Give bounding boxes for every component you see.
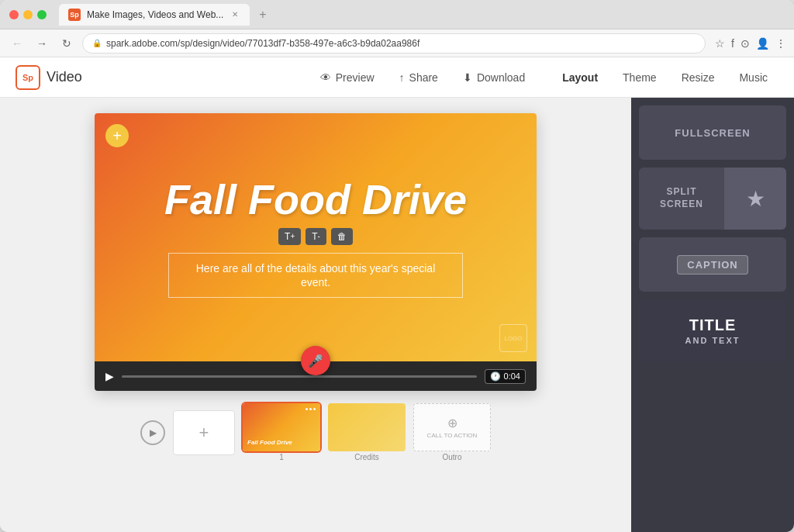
avatar-icon[interactable]: 👤: [756, 37, 769, 50]
text-toolbar: T+ T- 🗑: [278, 228, 353, 245]
canvas-area: + Fall Food Drive T+ T- 🗑 Here are all o…: [0, 98, 631, 532]
logo-badge: Sp: [16, 65, 40, 90]
filmstrip-slide-3[interactable]: ⊕ CALL TO ACTION: [413, 403, 491, 451]
close-button[interactable]: [9, 10, 19, 19]
header-nav: Layout Theme Resize Music: [551, 67, 778, 88]
star-icon: ★: [746, 186, 765, 212]
list-item[interactable]: Credits: [328, 403, 406, 461]
decrease-text-button[interactable]: T-: [306, 228, 326, 245]
title-sub-label: AND TEXT: [685, 336, 740, 345]
traffic-lights: [9, 10, 47, 19]
profile-icon[interactable]: ⊙: [740, 37, 750, 50]
right-panel: FULLSCREEN SPLITSCREEN ★ CAPTION: [631, 98, 794, 532]
nav-music[interactable]: Music: [728, 67, 778, 88]
star-icon[interactable]: ☆: [715, 37, 725, 50]
play-button[interactable]: ▶: [105, 370, 114, 382]
app-logo: Sp Video: [16, 65, 82, 90]
delete-text-button[interactable]: 🗑: [331, 228, 353, 245]
preview-button[interactable]: 👁 Preview: [309, 67, 385, 88]
facebook-icon[interactable]: f: [731, 37, 734, 50]
browser-toolbar: ← → ↻ 🔒 spark.adobe.com/sp/design/video/…: [0, 29, 794, 57]
caption-label: CAPTION: [677, 255, 748, 275]
title-label: TITLE: [689, 316, 737, 334]
share-icon: ↑: [399, 71, 405, 84]
forward-button[interactable]: →: [33, 34, 51, 53]
filmstrip: ▶ + Fall Food Drive: [16, 403, 616, 461]
add-slide-button[interactable]: +: [105, 124, 129, 147]
video-canvas[interactable]: + Fall Food Drive T+ T- 🗑 Here are all o…: [95, 113, 537, 361]
list-item[interactable]: Fall Food Drive 1: [243, 403, 320, 461]
subtitle-box[interactable]: Here are all of the details about this y…: [168, 253, 463, 298]
outro-text: CALL TO ACTION: [427, 432, 478, 439]
filmstrip-add-button[interactable]: +: [173, 410, 235, 455]
timeline-bar[interactable]: [122, 375, 477, 378]
maximize-button[interactable]: [37, 10, 47, 19]
filmstrip-play-button[interactable]: ▶: [140, 420, 165, 445]
app-body: + Fall Food Drive T+ T- 🗑 Here are all o…: [0, 98, 794, 532]
tab-title: Make Images, Videos and Web...: [87, 9, 223, 20]
nav-layout[interactable]: Layout: [551, 67, 609, 88]
minimize-button[interactable]: [23, 10, 33, 19]
subtitle-text: Here are all of the details about this y…: [196, 262, 436, 288]
filmstrip-slide-1[interactable]: Fall Food Drive: [243, 403, 320, 451]
nav-theme[interactable]: Theme: [612, 67, 668, 88]
clock-icon: 🕐: [490, 371, 501, 382]
download-icon: ⬇: [463, 71, 472, 84]
outro-icon: ⊕: [447, 416, 457, 430]
preview-icon: 👁: [320, 71, 331, 84]
menu-icon[interactable]: ⋮: [775, 37, 786, 50]
tab-close-button[interactable]: ✕: [230, 9, 240, 20]
slide-2-label: Credits: [328, 453, 406, 461]
slide-1-number: 1: [243, 453, 320, 461]
address-bar[interactable]: 🔒 spark.adobe.com/sp/design/video/77013d…: [82, 33, 706, 54]
download-button[interactable]: ⬇ Download: [452, 67, 536, 88]
layout-option-fullscreen[interactable]: FULLSCREEN: [639, 105, 786, 160]
url-text: spark.adobe.com/sp/design/video/77013df7…: [106, 38, 419, 49]
lock-icon: 🔒: [92, 39, 102, 47]
logo-watermark-text: LOGO: [504, 335, 522, 342]
time-display: 🕐 0:04: [485, 369, 526, 384]
layout-option-split-screen[interactable]: SPLITSCREEN ★: [639, 168, 786, 230]
preview-label: Preview: [336, 71, 375, 84]
download-label: Download: [477, 71, 525, 84]
app-header: Sp Video 👁 Preview ↑ Share ⬇ Download La…: [0, 57, 794, 98]
new-tab-button[interactable]: +: [259, 8, 266, 22]
tab-favicon: Sp: [68, 9, 81, 21]
video-title[interactable]: Fall Food Drive: [149, 177, 482, 223]
logo-text: Video: [47, 69, 82, 85]
split-screen-label: SPLITSCREEN: [654, 180, 709, 216]
header-actions: 👁 Preview ↑ Share ⬇ Download: [309, 67, 536, 88]
filmstrip-slide-2[interactable]: [328, 403, 406, 451]
fullscreen-label: FULLSCREEN: [675, 127, 750, 139]
browser-window: Sp Make Images, Videos and Web... ✕ + ← …: [0, 0, 794, 532]
nav-resize[interactable]: Resize: [671, 67, 726, 88]
time-value: 0:04: [504, 371, 520, 381]
list-item[interactable]: ⊕ CALL TO ACTION Outro: [413, 403, 491, 461]
toolbar-icons: ☆ f ⊙ 👤 ⋮: [715, 37, 786, 50]
share-button[interactable]: ↑ Share: [388, 67, 449, 88]
browser-titlebar: Sp Make Images, Videos and Web... ✕ +: [0, 0, 794, 29]
layout-option-caption[interactable]: CAPTION: [639, 237, 786, 292]
refresh-button[interactable]: ↻: [57, 34, 76, 53]
back-button[interactable]: ←: [8, 34, 26, 53]
browser-tab[interactable]: Sp Make Images, Videos and Web... ✕: [59, 4, 250, 26]
slide-1-title: Fall Food Drive: [247, 439, 292, 447]
mic-button[interactable]: 🎤: [301, 346, 330, 375]
slide-3-label: Outro: [413, 453, 491, 461]
logo-watermark: LOGO: [499, 324, 527, 352]
increase-text-button[interactable]: T+: [278, 228, 301, 245]
video-editor: + Fall Food Drive T+ T- 🗑 Here are all o…: [95, 113, 537, 391]
layout-option-title[interactable]: TITLE AND TEXT: [639, 299, 786, 361]
share-label: Share: [409, 71, 438, 84]
